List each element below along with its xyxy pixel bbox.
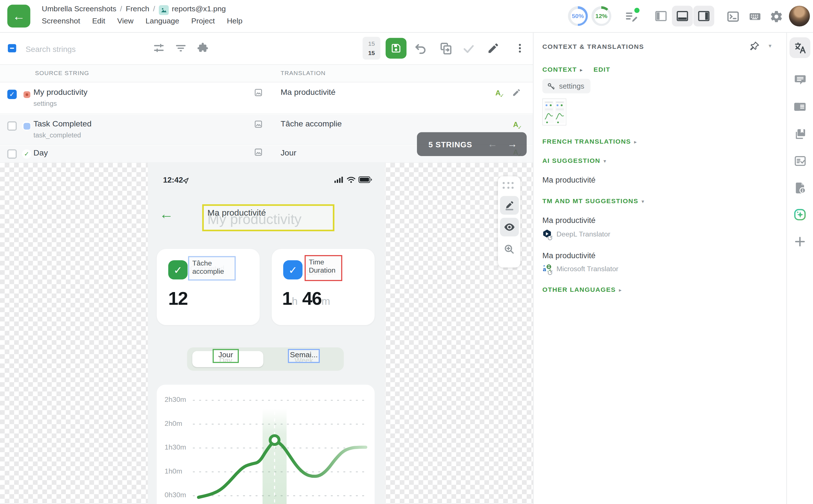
suggestion-text[interactable]: Ma productivité: [542, 251, 595, 260]
blue-check-icon: ✓: [283, 260, 302, 279]
table-row[interactable]: ✓ My productivity settings Ma productivi…: [0, 82, 533, 114]
menu-view[interactable]: View: [117, 17, 133, 25]
chart-peak-marker[interactable]: [270, 436, 279, 444]
undo-icon[interactable]: [414, 42, 428, 58]
more-options-icon[interactable]: [514, 42, 526, 56]
filter-icon[interactable]: [174, 42, 187, 56]
screenshot-canvas[interactable]: 12:42 ← My productivity Ma productivité …: [0, 163, 533, 504]
next-string-arrow[interactable]: →: [507, 139, 517, 150]
segment-week-highlight-box[interactable]: Week Semai...: [288, 349, 320, 363]
plugins-puzzle-icon[interactable]: [196, 42, 209, 56]
row-checkbox[interactable]: [7, 121, 17, 131]
string-status-icon: [22, 90, 31, 99]
tab-context[interactable]: CONTEXT▸: [542, 66, 583, 73]
translations-tab-icon[interactable]: [790, 37, 810, 58]
menu-screenshot[interactable]: Screenshot: [42, 17, 80, 25]
settings-gear-icon[interactable]: [770, 10, 783, 25]
zoom-tool-button[interactable]: [500, 240, 519, 258]
section-french-translations[interactable]: FRENCH TRANSLATIONS▸: [542, 138, 637, 145]
segment-day-highlight-box[interactable]: Day Jour: [212, 349, 239, 363]
tasks-value: 12: [168, 288, 187, 309]
tasks-card: ✓ Completed Tâche accomplie 12: [157, 249, 260, 325]
card-label-highlight-box[interactable]: Time Duration: [304, 255, 342, 281]
approved-progress-ring[interactable]: 12%: [591, 6, 611, 26]
string-status-icon: [22, 121, 31, 131]
edit-list-icon[interactable]: [625, 10, 639, 25]
source-string-text: My productivity: [33, 88, 87, 97]
section-other-languages[interactable]: OTHER LANGUAGES▸: [542, 286, 622, 293]
ai-suggestion-text[interactable]: Ma productivité: [542, 175, 595, 184]
segment-label: Semai...: [289, 350, 319, 359]
screenshot-thumbnail-icon[interactable]: [254, 148, 263, 159]
title-string-highlight-box[interactable]: My productivity Ma productivité: [202, 204, 334, 231]
source-column-header: SOURCE STRING: [35, 70, 89, 76]
menu-language[interactable]: Language: [146, 17, 179, 25]
row-checkbox-checked[interactable]: ✓: [7, 90, 17, 99]
section-tm-mt-suggestions[interactable]: TM AND MT SUGGESTIONS▾: [542, 198, 645, 205]
save-button[interactable]: [385, 38, 406, 58]
file-info-tab-icon[interactable]: [790, 177, 810, 198]
back-button[interactable]: ←: [7, 5, 30, 28]
add-panel-tab-icon[interactable]: [790, 231, 810, 252]
drag-handle-icon[interactable]: [503, 182, 516, 189]
search-input[interactable]: [25, 40, 136, 57]
string-key-tag[interactable]: settings: [542, 79, 591, 93]
settings-sliders-icon[interactable]: [152, 42, 165, 56]
right-icon-rail: [786, 32, 813, 504]
context-screenshot-thumbnail[interactable]: [542, 98, 566, 128]
panel-collapse-chevron-icon[interactable]: ▾: [769, 43, 772, 49]
y-axis-tick: 1h0m: [165, 467, 194, 475]
duplicate-icon[interactable]: [439, 42, 453, 58]
editor-column: 15 15 SOURCE STRING: [0, 32, 534, 504]
tag-tool-button[interactable]: [500, 196, 519, 215]
breadcrumb-language[interactable]: French: [126, 5, 149, 13]
translation-text[interactable]: Jour: [280, 148, 296, 157]
user-avatar[interactable]: [789, 6, 810, 26]
preview-eye-button[interactable]: [500, 218, 519, 236]
menu-help[interactable]: Help: [227, 17, 242, 25]
suggestion-provider: ↺ DeepL Translator: [542, 229, 610, 238]
canvas-floating-toolbar: [498, 176, 521, 268]
layout-left-panel-toggle[interactable]: [650, 6, 671, 26]
translation-text[interactable]: Ma productivité: [280, 88, 336, 97]
tasks-checklist-tab-icon[interactable]: [790, 150, 810, 171]
previous-string-arrow[interactable]: ←: [488, 139, 498, 150]
comments-tab-icon[interactable]: [790, 69, 810, 90]
context-info-tab-icon[interactable]: [790, 97, 810, 117]
row-checkbox[interactable]: [7, 149, 17, 159]
suggestion-text[interactable]: Ma productivité: [542, 216, 595, 224]
app-window: ← Umbrella Screenshots/French/reports@x1…: [0, 0, 813, 504]
select-all-checkbox[interactable]: [8, 44, 16, 52]
phone-back-arrow[interactable]: ←: [159, 206, 174, 222]
screenshot-thumbnail-icon[interactable]: [254, 120, 263, 131]
notification-dot: [634, 8, 640, 13]
translated-progress-ring[interactable]: 50%: [568, 6, 588, 26]
console-icon[interactable]: [726, 10, 740, 25]
row-edit-pencil-icon[interactable]: [512, 88, 521, 99]
edit-pencil-icon[interactable]: [487, 42, 500, 56]
pin-icon[interactable]: [749, 40, 760, 54]
period-segmented-control: Day Jour Week Semai...: [187, 347, 344, 371]
section-ai-suggestion[interactable]: AI SUGGESTION▾: [542, 157, 607, 165]
glossary-tab-icon[interactable]: [790, 123, 810, 144]
ai-assistant-tab-icon[interactable]: [790, 204, 810, 225]
battery-icon: [358, 176, 372, 183]
approve-check-icon[interactable]: [462, 42, 476, 59]
layout-bottom-panel-toggle[interactable]: [672, 6, 693, 26]
strings-count-badge[interactable]: 5 STRINGS ← →: [417, 132, 527, 156]
phone-status-icons: [334, 176, 372, 183]
menu-project[interactable]: Project: [191, 17, 215, 25]
translation-text[interactable]: Tâche accomplie: [280, 119, 342, 129]
layout-right-panel-toggle[interactable]: [693, 6, 714, 26]
card-label-highlight-box[interactable]: Tâche accomplie: [188, 256, 235, 281]
menu-edit[interactable]: Edit: [92, 17, 105, 25]
y-axis-tick: 2h30m: [165, 396, 194, 404]
time-duration-card: ✓ Duration Time Duration 1h 46m: [271, 249, 374, 325]
breadcrumb-project[interactable]: Umbrella Screenshots: [42, 5, 116, 13]
strings-count-label: 5 STRINGS: [429, 140, 472, 148]
breadcrumb-file[interactable]: reports@x1.png: [172, 5, 226, 13]
keyboard-shortcuts-icon[interactable]: [748, 10, 762, 25]
y-axis-tick: 1h30m: [165, 443, 194, 451]
screenshot-thumbnail-icon[interactable]: [254, 88, 263, 99]
tab-edit[interactable]: EDIT: [594, 66, 610, 73]
